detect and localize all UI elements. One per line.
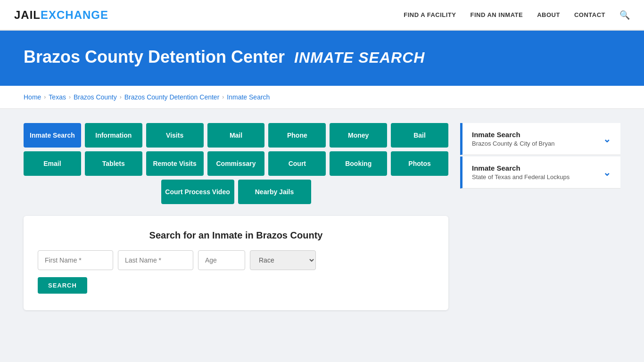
tab-commissary[interactable]: Commissary: [207, 151, 265, 176]
tabs-row3: Court Process Video Nearby Jails: [24, 180, 448, 204]
sidebar-card-county-subtitle: Brazos County & City of Bryan: [472, 140, 555, 147]
tab-bail[interactable]: Bail: [391, 123, 448, 148]
hero-title-sub: INMATE SEARCH: [294, 49, 425, 66]
tab-remote-visits[interactable]: Remote Visits: [146, 151, 204, 176]
tab-nearby-jails[interactable]: Nearby Jails: [238, 180, 311, 204]
age-input[interactable]: [198, 250, 245, 270]
sidebar-card-state-title: Inmate Search: [472, 164, 570, 172]
tab-photos[interactable]: Photos: [391, 151, 448, 176]
nav-links: FIND A FACILITY FIND AN INMATE ABOUT CON…: [404, 10, 630, 20]
sidebar-card-state[interactable]: Inmate Search State of Texas and Federal…: [460, 156, 620, 189]
tab-mail[interactable]: Mail: [207, 123, 265, 148]
logo-prefix: JAIL: [14, 8, 41, 21]
tab-information[interactable]: Information: [85, 123, 142, 148]
breadcrumb-facility[interactable]: Brazos County Detention Center: [124, 93, 220, 101]
nav-find-facility[interactable]: FIND A FACILITY: [404, 11, 456, 18]
logo-suffix: EXCHANGE: [41, 8, 108, 21]
hero-banner: Brazos County Detention Center INMATE SE…: [0, 31, 644, 86]
sidebar-card-state-subtitle: State of Texas and Federal Lockups: [472, 173, 570, 181]
search-button[interactable]: SEARCH: [38, 277, 87, 294]
chevron-down-icon: ⌄: [603, 133, 611, 145]
sep-3: ›: [120, 94, 122, 100]
tab-court[interactable]: Court: [268, 151, 326, 176]
sidebar-card-county-text: Inmate Search Brazos County & City of Br…: [472, 131, 555, 147]
breadcrumb-inmate-search[interactable]: Inmate Search: [227, 93, 270, 101]
right-panel: Inmate Search Brazos County & City of Br…: [460, 123, 620, 189]
tabs-row2: Email Tablets Remote Visits Commissary C…: [24, 151, 448, 176]
search-title: Search for an Inmate in Brazos County: [38, 230, 434, 241]
breadcrumb-county[interactable]: Brazos County: [74, 93, 117, 101]
page-title: Brazos County Detention Center INMATE SE…: [24, 47, 620, 67]
breadcrumb-home[interactable]: Home: [24, 93, 41, 101]
search-icon[interactable]: 🔍: [619, 10, 630, 20]
tab-inmate-search[interactable]: Inmate Search: [24, 123, 81, 148]
sidebar-card-county[interactable]: Inmate Search Brazos County & City of Br…: [460, 123, 620, 155]
race-select[interactable]: Race All Races White Black Hispanic Asia…: [250, 250, 316, 270]
tab-money[interactable]: Money: [330, 123, 387, 148]
tab-phone[interactable]: Phone: [268, 123, 326, 148]
breadcrumb-texas[interactable]: Texas: [49, 93, 66, 101]
site-logo[interactable]: JAILEXCHANGE: [14, 8, 108, 22]
tabs-row1: Inmate Search Information Visits Mail Ph…: [24, 123, 448, 148]
left-panel: Inmate Search Information Visits Mail Ph…: [24, 123, 448, 310]
last-name-input[interactable]: [118, 250, 193, 270]
main-content: Inmate Search Information Visits Mail Ph…: [0, 109, 644, 324]
hero-title-main: Brazos County Detention Center: [24, 47, 285, 66]
search-box: Search for an Inmate in Brazos County Ra…: [24, 216, 448, 310]
sidebar-card-county-title: Inmate Search: [472, 131, 555, 139]
tab-booking[interactable]: Booking: [330, 151, 387, 176]
tab-tablets[interactable]: Tablets: [85, 151, 142, 176]
nav-about[interactable]: ABOUT: [537, 11, 560, 18]
search-fields: Race All Races White Black Hispanic Asia…: [38, 250, 434, 270]
nav-find-inmate[interactable]: FIND AN INMATE: [470, 11, 523, 18]
sidebar-card-state-text: Inmate Search State of Texas and Federal…: [472, 164, 570, 181]
tab-court-process-video[interactable]: Court Process Video: [161, 180, 234, 204]
chevron-down-icon-2: ⌄: [603, 167, 611, 178]
sep-2: ›: [69, 94, 71, 100]
tab-email[interactable]: Email: [24, 151, 81, 176]
navbar: JAILEXCHANGE FIND A FACILITY FIND AN INM…: [0, 0, 644, 31]
breadcrumb: Home › Texas › Brazos County › Brazos Co…: [0, 86, 644, 109]
tab-visits[interactable]: Visits: [146, 123, 204, 148]
first-name-input[interactable]: [38, 250, 113, 270]
sep-1: ›: [44, 94, 46, 100]
nav-contact[interactable]: CONTACT: [574, 11, 605, 18]
sep-4: ›: [222, 94, 224, 100]
